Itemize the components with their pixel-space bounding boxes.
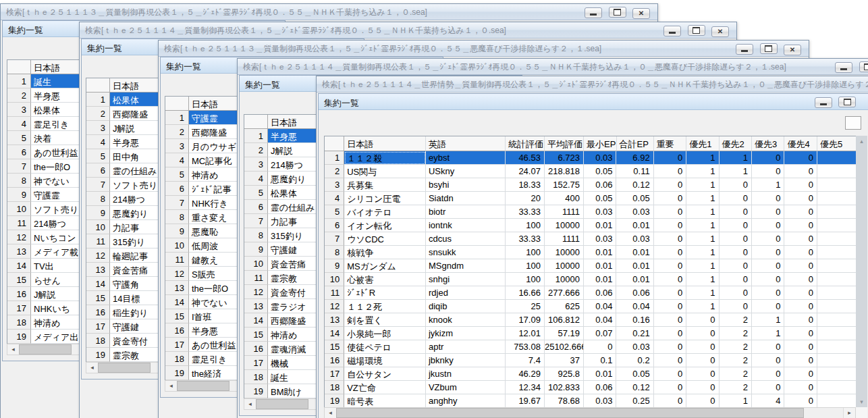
table-cell[interactable]: 1 (686, 205, 719, 219)
row-number-cell[interactable]: 6 (7, 145, 31, 159)
row-number-cell[interactable]: 13 (7, 244, 31, 259)
table-row[interactable]: 16磁場環境jbknky7.4370.10.200200 (325, 354, 857, 367)
table-cell[interactable]: 753.08 (506, 340, 545, 354)
table-cell[interactable]: 0 (784, 205, 817, 219)
table-cell[interactable] (817, 286, 857, 300)
scroll-left-icon[interactable]: ◂ (244, 399, 256, 409)
table-cell[interactable]: 0 (720, 205, 752, 219)
table-cell[interactable]: jkustn (426, 367, 506, 381)
window-titlebar[interactable]: 検索[ｔｈｅ２５１１１４＿世界情勢＿質量制御再現公表１，５＿ｼﾞｪﾄﾞ霊界ﾗｼﾞ… (317, 76, 868, 93)
table-cell[interactable]: 10000 (545, 259, 584, 273)
table-cell[interactable]: 1 (720, 394, 752, 408)
table-cell[interactable] (817, 205, 857, 219)
table-cell[interactable]: bsyhi (426, 178, 506, 192)
row-number-cell[interactable]: 16 (325, 354, 344, 367)
table-cell[interactable]: 1 (752, 313, 784, 327)
row-number-cell[interactable]: 13 (86, 263, 110, 277)
table-cell[interactable]: 0 (720, 300, 752, 313)
table-cell[interactable]: 0 (752, 151, 784, 165)
scroll-left-icon[interactable]: ◂ (86, 363, 99, 373)
table-cell[interactable]: 0 (720, 178, 752, 192)
table-cell[interactable]: 0 (654, 286, 686, 300)
table-cell[interactable]: 1 (686, 286, 719, 300)
table-cell[interactable]: 0.06 (584, 381, 616, 394)
table-row[interactable]: 3兵募集bsyhi18.33152.750.060.1201010 (325, 178, 857, 192)
row-number-cell[interactable]: 16 (7, 287, 31, 301)
table-cell[interactable]: 0 (752, 259, 784, 273)
table-cell[interactable]: 0 (784, 313, 817, 327)
table-cell[interactable]: 0 (686, 367, 719, 381)
table-cell[interactable]: 0 (784, 165, 817, 178)
table-cell[interactable]: rdjed (426, 286, 506, 300)
table-cell[interactable]: MSガンダム (344, 259, 426, 273)
table-cell[interactable]: 0 (654, 151, 686, 165)
row-number-cell[interactable]: 8 (325, 246, 344, 259)
table-cell[interactable]: 20 (506, 192, 545, 205)
table-cell[interactable]: 0.03 (584, 232, 616, 246)
panel-minimize-button[interactable] (815, 97, 832, 108)
row-number-cell[interactable]: 5 (165, 167, 189, 182)
table-cell[interactable]: 0 (784, 192, 817, 205)
table-cell[interactable] (817, 273, 857, 286)
table-cell[interactable]: 0.05 (584, 165, 616, 178)
table-cell[interactable]: 0 (686, 340, 719, 354)
row-number-cell[interactable]: 19 (86, 348, 110, 362)
row-number-cell[interactable]: 6 (244, 200, 268, 214)
row-number-cell[interactable]: 13 (325, 313, 344, 327)
table-cell[interactable]: 0 (784, 246, 817, 259)
table-cell[interactable]: 33.33 (506, 232, 545, 246)
table-cell[interactable] (817, 394, 857, 408)
table-row[interactable]: 8核戦争snsukk100100000.010.0101000 (325, 246, 857, 259)
row-number-cell[interactable]: 10 (325, 273, 344, 286)
table-cell[interactable] (817, 313, 857, 327)
table-cell[interactable]: 0 (654, 178, 686, 192)
table-cell[interactable]: 1 (752, 178, 784, 192)
table-cell[interactable]: 2 (720, 313, 752, 327)
row-number-cell[interactable]: 7 (325, 232, 344, 246)
table-cell[interactable]: 10000 (545, 219, 584, 232)
row-number-cell[interactable]: 19 (325, 394, 344, 408)
table-cell[interactable]: 6.723 (545, 151, 584, 165)
row-number-cell[interactable]: 9 (165, 224, 189, 238)
table-cell[interactable]: 0.11 (616, 165, 653, 178)
table-cell[interactable]: 磁場環境 (344, 354, 426, 367)
table-cell[interactable] (817, 354, 857, 367)
column-header[interactable]: 最小EP (584, 136, 616, 151)
maximize-button[interactable] (859, 61, 868, 72)
column-header[interactable]: 重要 (654, 136, 686, 151)
row-number-cell[interactable]: 2 (325, 165, 344, 178)
row-number-cell[interactable]: 5 (86, 149, 110, 163)
table-cell[interactable]: 0.03 (616, 340, 653, 354)
row-number-cell[interactable]: 7 (86, 178, 110, 192)
table-cell[interactable]: 0 (720, 259, 752, 273)
table-cell[interactable]: 1 (686, 192, 719, 205)
table-row[interactable]: 2US関与USkny24.07218.8180.050.1101100 (325, 165, 857, 178)
table-cell[interactable]: 0 (752, 381, 784, 394)
table-cell[interactable]: 0.05 (616, 367, 653, 381)
table-cell[interactable]: 0 (654, 340, 686, 354)
table-cell[interactable]: 78.68 (545, 394, 584, 408)
table-cell[interactable]: 218.818 (545, 165, 584, 178)
table-row[interactable]: 1１１２殺eybst46.536.7230.036.9201100 (325, 151, 857, 165)
table-cell[interactable]: 6.92 (616, 151, 653, 165)
table-cell[interactable]: 0.04 (584, 313, 616, 327)
table-cell[interactable]: 1 (686, 151, 719, 165)
table-cell[interactable]: 0 (784, 232, 817, 246)
table-cell[interactable]: diqib (426, 300, 506, 313)
table-cell[interactable]: 使徒ペテロ (344, 340, 426, 354)
table-cell[interactable]: 1 (686, 259, 719, 273)
table-cell[interactable]: 277.666 (545, 286, 584, 300)
table-cell[interactable]: 57.19 (545, 327, 584, 340)
table-cell[interactable]: 0 (784, 367, 817, 381)
table-cell[interactable]: 核戦争 (344, 246, 426, 259)
scroll-left-icon[interactable]: ◂ (165, 381, 178, 391)
row-number-cell[interactable]: 17 (244, 356, 268, 370)
scrollbar-thumb[interactable] (256, 399, 308, 409)
table-cell[interactable]: 0.03 (616, 232, 653, 246)
table-cell[interactable]: 0 (752, 340, 784, 354)
table-cell[interactable]: MSgndm (426, 259, 506, 273)
table-cell[interactable]: jykizm (426, 327, 506, 340)
row-number-cell[interactable]: 1 (165, 111, 189, 125)
table-cell[interactable]: snsukk (426, 246, 506, 259)
table-cell[interactable]: 0 (720, 232, 752, 246)
